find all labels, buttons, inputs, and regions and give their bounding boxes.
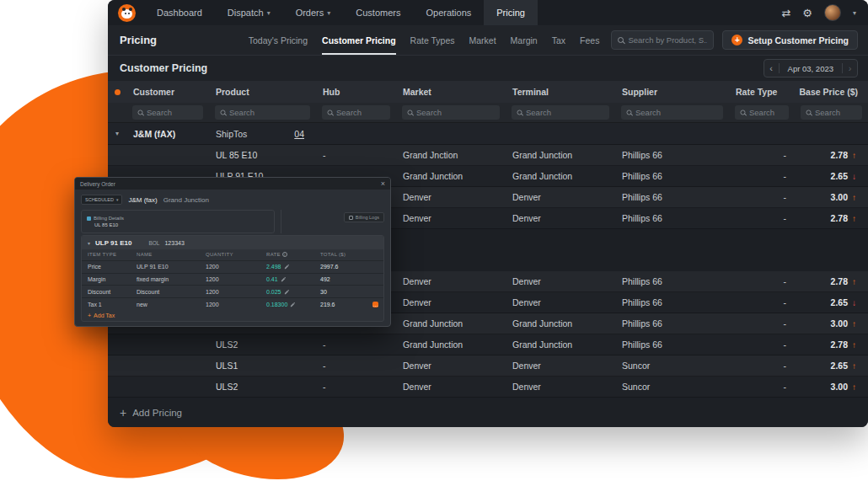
shiptos-count-link[interactable]: 04 (294, 129, 304, 139)
tab-market[interactable]: Market (469, 25, 496, 55)
chevron-down-icon[interactable]: ▾ (108, 130, 126, 137)
tab-fees[interactable]: Fees (580, 25, 599, 55)
filter-supplier[interactable] (621, 105, 723, 120)
tab-customer-pricing[interactable]: Customer Pricing (322, 25, 396, 55)
edit-pencil-icon[interactable] (290, 302, 296, 307)
order-product-name: ULP 91 E10 (95, 239, 131, 247)
filter-terminal[interactable] (512, 105, 609, 120)
col-product[interactable]: Product (209, 87, 316, 97)
filter-rate-type[interactable] (735, 105, 789, 120)
col-hub[interactable]: Hub (316, 87, 396, 97)
edit-pencil-icon[interactable] (284, 264, 290, 270)
search-icon (741, 110, 746, 115)
chevron-down-icon[interactable]: ▾ (88, 240, 90, 246)
item-row[interactable]: Margin fixed margin 1200 0.41 492 (82, 273, 383, 286)
status-label: SCHEDULED (85, 197, 114, 202)
filter-base-price[interactable] (801, 105, 862, 120)
status-column-header (108, 89, 126, 95)
transactions-icon[interactable]: ⇄ (781, 7, 790, 19)
customer-group-row[interactable]: ▾ J&M (fAX) ShipTos 04 (108, 123, 868, 145)
order-item-header[interactable]: ▾ ULP 91 E10 BOL 123343 (82, 236, 383, 249)
col-rate: RATEi (266, 252, 320, 257)
add-tax-label: Add Tax (94, 313, 115, 318)
item-row[interactable]: Tax 1 new 1200 0.18300 219.6 … (82, 297, 383, 310)
trend-icon: ↓ (852, 298, 856, 307)
nav-label: Orders (296, 8, 324, 18)
filter-supplier-input[interactable] (635, 108, 718, 117)
edit-pencil-icon[interactable] (281, 276, 287, 282)
top-navbar: Dashboard Dispatch▾ Orders▾ Customers Op… (108, 0, 868, 25)
tab-rate-types[interactable]: Rate Types (410, 25, 455, 55)
trend-icon: ↑ (852, 361, 856, 371)
filter-terminal-input[interactable] (526, 108, 604, 117)
rate-value: 0.18300 (266, 302, 287, 307)
rate-value: 2.498 (266, 264, 281, 270)
nav-item-customers[interactable]: Customers (343, 0, 413, 25)
filter-hub[interactable] (322, 105, 390, 120)
setup-customer-pricing-button[interactable]: + Setup Customer Pricing (722, 30, 858, 50)
search-input[interactable] (628, 35, 707, 45)
popup-titlebar[interactable]: Delivery Order × (75, 178, 390, 190)
info-icon[interactable]: i (282, 252, 287, 257)
col-market[interactable]: Market (396, 87, 506, 97)
filter-customer[interactable] (132, 105, 203, 120)
filter-product[interactable] (215, 105, 310, 120)
popup-location: Grand Junction (163, 196, 209, 204)
date-label[interactable]: Apr 03, 2023 (780, 64, 842, 73)
tab-margin[interactable]: Margin (511, 25, 538, 55)
global-search[interactable] (611, 30, 714, 50)
billing-logs-button[interactable]: Billing Logs (344, 212, 384, 222)
add-tax-button[interactable]: + Add Tax (82, 310, 383, 321)
item-row[interactable]: Discount Discount 1200 0.025 30 (82, 285, 383, 297)
col-supplier[interactable]: Supplier (615, 87, 729, 97)
avatar[interactable] (824, 4, 841, 21)
nav-label: Pricing (496, 8, 525, 18)
filter-base-price-input[interactable] (815, 108, 857, 117)
trend-icon: ↑ (852, 382, 856, 392)
status-dropdown[interactable]: SCHEDULED▾ (81, 195, 122, 205)
col-rate-type[interactable]: Rate Type (729, 87, 795, 97)
nav-item-pricing[interactable]: Pricing (484, 0, 538, 25)
nav-right-controls: ⇄ ⚙ ▾ (781, 0, 868, 25)
logo-panda-icon[interactable] (118, 4, 136, 22)
col-customer[interactable]: Customer (126, 87, 209, 97)
nav-item-dashboard[interactable]: Dashboard (144, 0, 215, 25)
date-picker: ‹ Apr 03, 2023 › (764, 59, 858, 77)
prev-date-button[interactable]: ‹ (764, 63, 780, 73)
add-pricing-button[interactable]: + Add Pricing (108, 398, 868, 427)
nav-label: Customers (356, 8, 400, 18)
col-terminal[interactable]: Terminal (506, 87, 615, 97)
chevron-down-icon[interactable]: ▾ (853, 9, 856, 17)
gear-icon[interactable]: ⚙ (802, 7, 812, 19)
row-menu-button[interactable]: … (372, 302, 378, 307)
logs-label: Billing Logs (356, 215, 379, 220)
table-row[interactable]: UL 85 E10 - Grand Jnction Grand Junction… (108, 145, 868, 166)
item-row[interactable]: Price ULP 91 E10 1200 2.498 2997.6 (82, 260, 383, 273)
edit-pencil-icon[interactable] (284, 289, 290, 295)
table-row[interactable]: ULS1 - Denver Denver Suncor - 2.65↑ (108, 355, 868, 377)
table-row[interactable]: ULS2 - Denver Denver Suncor - 3.00↑ (108, 377, 868, 398)
billing-icon (87, 216, 91, 221)
filter-hub-input[interactable] (336, 108, 385, 117)
billing-details-box[interactable]: Billing Details UL 85 E10 (81, 210, 275, 233)
popup-order-summary: SCHEDULED▾ J&M (fax) Grand Junction (75, 190, 390, 210)
tab-todays-pricing[interactable]: Today's Pricing (249, 25, 308, 55)
nav-item-operations[interactable]: Operations (413, 0, 484, 25)
base-price-value: 2.65 (831, 361, 848, 371)
close-icon[interactable]: × (381, 180, 385, 188)
col-base-price[interactable]: Base Price ($) (795, 87, 868, 97)
nav-item-dispatch[interactable]: Dispatch▾ (215, 0, 283, 25)
divider (281, 210, 281, 233)
filter-customer-input[interactable] (147, 108, 198, 117)
filter-market-input[interactable] (416, 108, 495, 117)
filter-product-input[interactable] (229, 108, 305, 117)
billing-item[interactable]: UL 85 E10 (87, 222, 269, 227)
tab-tax[interactable]: Tax (552, 25, 565, 55)
billing-details-header[interactable]: Billing Details (87, 216, 269, 221)
filter-rate-type-input[interactable] (749, 108, 784, 117)
next-date-button[interactable]: › (842, 63, 857, 73)
search-icon (221, 110, 226, 115)
table-row[interactable]: ULS2 - Grand Junction Grand Junction Phi… (108, 334, 868, 355)
nav-item-orders[interactable]: Orders▾ (283, 0, 344, 25)
filter-market[interactable] (402, 105, 500, 120)
